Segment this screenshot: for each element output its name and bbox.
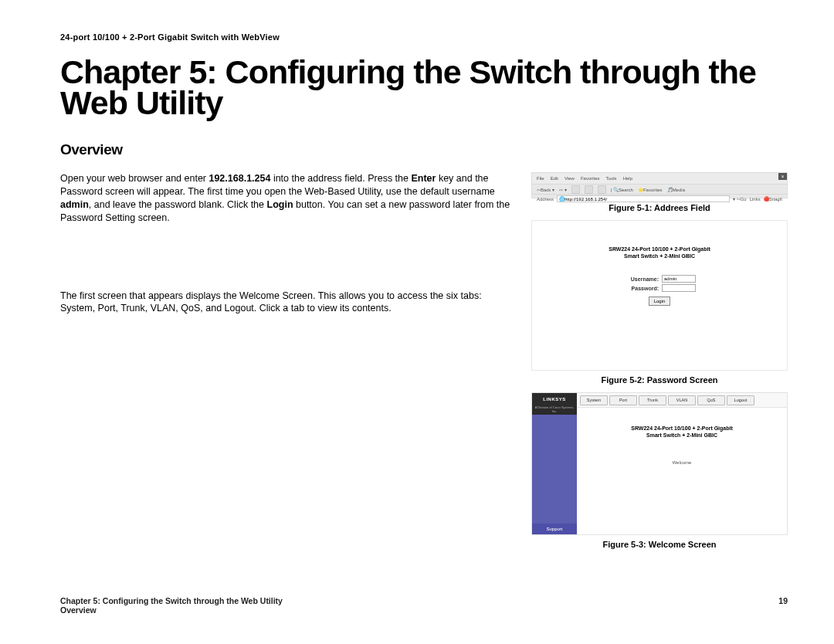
menu-tools: Tools (606, 176, 617, 181)
password-input (662, 284, 696, 292)
body-text-column: Open your web browser and enter 192.168.… (60, 172, 516, 557)
brand-subtitle: A Division of Cisco Systems, Inc. (532, 405, 577, 415)
refresh-icon (585, 185, 593, 194)
menu-view: View (564, 176, 575, 181)
welcome-text: Welcome (577, 460, 787, 465)
login-button: Login (649, 297, 670, 306)
home-icon (598, 185, 606, 194)
text-fragment: into the address field. Press the (270, 173, 411, 184)
username-label: Username: (623, 276, 662, 282)
device-title: SRW224 24-Port 10/100 + 2-Port Gigabit S… (609, 246, 710, 259)
password-label: Password: (623, 286, 662, 291)
tab-vlan: VLAN (668, 395, 696, 405)
address-input: 🌐 http://192.168.1.254/ (557, 195, 730, 202)
close-icon: × (778, 173, 787, 180)
favorites-button: Favorites (643, 188, 663, 192)
address-label: Address (537, 197, 554, 202)
brand-logo: LINKSYS (532, 393, 577, 405)
page-number: 19 (778, 596, 788, 615)
footer-chapter: Chapter 5: Configuring the Switch throug… (60, 596, 283, 605)
figure-3-caption: Figure 5-3: Welcome Screen (531, 540, 788, 549)
media-button: Media (673, 188, 685, 192)
section-title: Overview (60, 141, 788, 158)
text-fragment: Open your web browser and enter (60, 173, 208, 184)
go-button: Go (741, 197, 747, 202)
page-footer: Chapter 5: Configuring the Switch throug… (60, 596, 788, 615)
chapter-title: Chapter 5: Configuring the Switch throug… (60, 57, 788, 118)
sidebar: LINKSYS A Division of Cisco Systems, Inc… (532, 393, 577, 534)
main-panel: System Port Trunk VLAN QoS Logout SRW224… (577, 393, 787, 534)
username-admin: admin (60, 199, 89, 210)
search-button: Search (619, 188, 633, 192)
menu-favorites: Favorites (581, 176, 600, 181)
key-enter: Enter (411, 173, 436, 184)
browser-address-bar: Address 🌐 http://192.168.1.254/ ▾ ⇨Go Li… (532, 195, 787, 203)
tab-system: System (580, 395, 608, 405)
paragraph-2: The first screen that appears displays t… (60, 290, 516, 316)
tab-logout: Logout (727, 395, 754, 405)
username-input: admin (662, 275, 696, 283)
figures-column: × File Edit View Favorites Tools Help ⇦B… (531, 172, 788, 557)
menu-edit: Edit (551, 176, 558, 181)
login-form: Username: admin Password: Login (623, 273, 696, 306)
device-title-line1: SRW224 24-Port 10/100 + 2-Port Gigabit (609, 246, 710, 253)
device-title-line2: Smart Switch + 2-Mini GBIC (609, 253, 710, 259)
footer-section: Overview (60, 605, 283, 615)
document-header: 24-port 10/100 + 2-Port Gigabit Switch w… (60, 32, 788, 42)
welcome-content: SRW224 24-Port 10/100 + 2-Port Gigabit S… (577, 408, 787, 534)
ip-address: 192.168.1.254 (208, 173, 270, 184)
tab-bar: System Port Trunk VLAN QoS Logout (577, 393, 787, 408)
support-button: Support (532, 524, 577, 534)
device-title-line1: SRW224 24-Port 10/100 + 2-Port Gigabit (577, 425, 787, 432)
paragraph-1: Open your web browser and enter 192.168.… (60, 172, 516, 225)
tab-qos: QoS (697, 395, 725, 405)
device-title-line2: Smart Switch + 2-Mini GBIC (577, 432, 787, 439)
address-value: http://192.168.1.254/ (564, 197, 607, 202)
browser-menubar: File Edit View Favorites Tools Help (532, 173, 787, 185)
text-fragment: , and leave the password blank. Click th… (89, 199, 267, 210)
back-button: Back (541, 188, 551, 192)
menu-help: Help (623, 176, 632, 181)
tab-port: Port (609, 395, 637, 405)
figure-2-password-screen: SRW224 24-Port 10/100 + 2-Port Gigabit S… (531, 220, 788, 371)
tab-trunk: Trunk (639, 395, 666, 405)
button-name-login: Login (267, 199, 293, 210)
menu-file: File (537, 176, 544, 181)
browser-toolbar: ⇦Back ▾ ⇨ ▾ | 🔍Search ⭐Favorites 🎵Media (532, 185, 787, 195)
figure-3-welcome-screen: LINKSYS A Division of Cisco Systems, Inc… (531, 392, 788, 535)
figure-2-caption: Figure 5-2: Password Screen (531, 375, 788, 385)
links-label: Links (750, 197, 761, 202)
snagit-label: SnagIt (769, 197, 782, 202)
figure-1-address-field: × File Edit View Favorites Tools Help ⇦B… (531, 172, 788, 198)
stop-icon (571, 185, 580, 194)
figure-1-caption: Figure 5-1: Addrees Field (531, 203, 788, 212)
